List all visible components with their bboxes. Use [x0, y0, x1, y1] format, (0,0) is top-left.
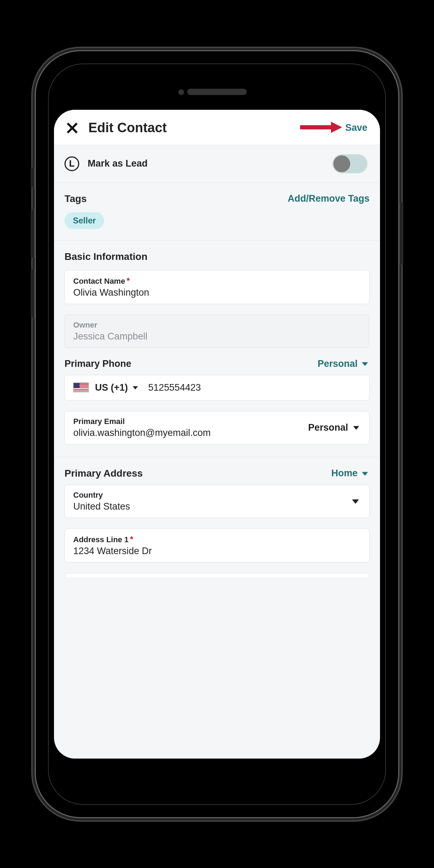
toggle-knob [333, 155, 350, 172]
phone-side-button [31, 269, 34, 318]
country-field[interactable]: Country United States [65, 485, 369, 518]
phone-side-button [31, 209, 34, 258]
tags-title: Tags [65, 193, 87, 204]
primary-address-title: Primary Address [65, 468, 143, 479]
phone-number-input[interactable] [148, 382, 361, 393]
primary-phone-header: Primary Phone Personal [65, 358, 369, 369]
add-remove-tags-button[interactable]: Add/Remove Tags [287, 193, 369, 204]
close-icon [65, 121, 79, 135]
country-code-value: US (+1) [95, 382, 128, 393]
address-line-1-field[interactable]: Address Line 1* [65, 529, 369, 563]
owner-value: Jessica Campbell [73, 331, 361, 342]
primary-address-header: Primary Address Home [65, 468, 369, 479]
header-bar: Edit Contact Save [54, 110, 380, 145]
chevron-down-icon [350, 496, 361, 506]
svg-marker-7 [362, 472, 368, 476]
next-field-peek [65, 573, 369, 577]
save-button[interactable]: Save [345, 122, 367, 133]
chevron-down-icon [352, 423, 361, 432]
mark-as-lead-row: L Mark as Lead [54, 145, 380, 183]
mark-as-lead-toggle[interactable] [332, 154, 367, 173]
address-line-1-input[interactable] [73, 546, 361, 557]
tags-section: Tags Add/Remove Tags Seller [54, 183, 380, 241]
tag-chip-seller[interactable]: Seller [65, 212, 104, 229]
svg-marker-5 [133, 386, 138, 389]
svg-marker-8 [352, 499, 359, 504]
svg-marker-4 [362, 362, 368, 366]
primary-address-section: Primary Address Home Country United Stat… [54, 457, 380, 579]
country-code-select[interactable]: US (+1) [95, 382, 139, 393]
page-title: Edit Contact [88, 120, 345, 135]
chevron-down-icon [360, 469, 369, 478]
phone-frame: Edit Contact Save L Mark as Lead Tags [35, 50, 399, 818]
tags-header: Tags Add/Remove Tags [65, 193, 369, 204]
us-flag-icon [73, 383, 89, 392]
owner-label: Owner [73, 321, 361, 330]
primary-email-label: Primary Email [73, 417, 303, 426]
address-line-1-label: Address Line 1* [73, 534, 361, 544]
phone-camera [178, 89, 184, 95]
phone-speaker [187, 89, 247, 95]
phone-side-button [400, 202, 403, 265]
primary-phone-label: Primary Phone [65, 358, 131, 369]
lead-icon: L [65, 156, 79, 171]
chevron-down-icon [360, 359, 369, 368]
contact-name-input[interactable] [73, 287, 361, 298]
app-screen: Edit Contact Save L Mark as Lead Tags [54, 110, 380, 759]
country-label: Country [73, 491, 350, 500]
basic-info-header: Basic Information [65, 251, 369, 262]
phone-bezel: Edit Contact Save L Mark as Lead Tags [48, 63, 386, 805]
primary-phone-type-select[interactable]: Personal [318, 358, 369, 369]
phone-side-button [31, 167, 34, 188]
primary-phone-type-label: Personal [318, 358, 358, 369]
owner-field: Owner Jessica Campbell [65, 315, 369, 348]
primary-email-field[interactable]: Primary Email Personal [65, 411, 369, 444]
svg-marker-6 [353, 426, 359, 430]
primary-phone-field[interactable]: US (+1) [65, 375, 369, 401]
country-value: United States [73, 501, 350, 512]
contact-name-label: Contact Name* [73, 276, 361, 286]
close-button[interactable] [65, 120, 80, 136]
contact-name-field[interactable]: Contact Name* [65, 270, 369, 304]
primary-email-input[interactable] [73, 428, 303, 438]
basic-info-title: Basic Information [65, 251, 147, 262]
basic-info-section: Basic Information Contact Name* Owner Je… [54, 241, 380, 457]
primary-address-type-select[interactable]: Home [331, 468, 369, 479]
primary-address-type-label: Home [331, 468, 358, 479]
mark-as-lead-label: Mark as Lead [88, 158, 332, 169]
chevron-down-icon [131, 384, 139, 391]
primary-email-type-label: Personal [308, 422, 348, 433]
primary-email-type-select[interactable]: Personal [308, 422, 361, 433]
